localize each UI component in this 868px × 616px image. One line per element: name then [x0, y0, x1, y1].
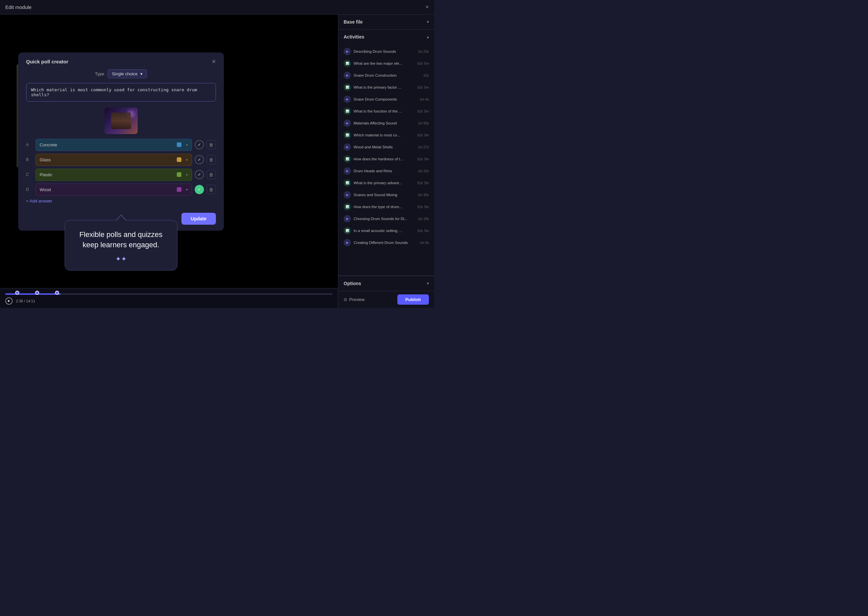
activity-text: What is the function of the ... [354, 109, 415, 113]
quick-poll-modal: Quick poll creator ✕ Type Single choice … [18, 52, 224, 231]
activity-duration: Est: 5m [418, 134, 429, 137]
options-header[interactable]: Options ▾ [338, 276, 434, 291]
activity-text: Drum Heads and Rims [354, 169, 415, 173]
answer-delete-a[interactable]: 🗑 [207, 140, 216, 149]
timeline-controls: ▶ 2:36 / 14:11 [5, 297, 333, 305]
video-activity-icon: ▶ [344, 143, 351, 151]
answer-delete-d[interactable]: 🗑 [207, 185, 216, 194]
activity-item[interactable]: ▶Materials Affecting Sound1m 50s [338, 117, 434, 129]
activity-item[interactable]: ▶Snare Drum Components1m 4s [338, 93, 434, 105]
answer-check-b[interactable]: ✓ [195, 155, 204, 164]
close-icon[interactable]: × [425, 4, 429, 11]
video-activity-icon: ▶ [344, 239, 351, 246]
type-value: Single choice [112, 71, 137, 76]
add-answer-button[interactable]: + Add answer [26, 198, 52, 203]
answer-letter-d: D [26, 187, 33, 192]
thumbnail-container [26, 108, 216, 134]
activity-item[interactable]: 📊What are the two major ele...Est: 5m [338, 57, 434, 69]
activity-text: Which material is most co... [354, 133, 415, 137]
base-file-chevron-icon: ▾ [427, 20, 429, 24]
answer-text-d: Wood [40, 187, 51, 192]
answer-input-d[interactable]: Wood ▾ [36, 184, 192, 196]
question-input[interactable]: Which material is most commonly used for… [26, 83, 216, 102]
activity-duration: 1m 32s [418, 169, 429, 173]
activity-item[interactable]: 📊In a small acoustic setting, ...Est: 5m [338, 225, 434, 237]
activity-item[interactable]: 📊Which material is most co...Est: 5m [338, 129, 434, 141]
options-chevron-icon: ▾ [427, 281, 429, 286]
answer-letter-c: C [26, 172, 33, 177]
activity-duration: 1m 50s [418, 121, 429, 125]
play-button[interactable]: ▶ [5, 297, 13, 305]
modal-title: Quick poll creator [26, 59, 69, 64]
timeline-dot-3[interactable] [55, 291, 59, 295]
answer-text-b: Glass [40, 157, 51, 162]
update-button[interactable]: Update [182, 213, 216, 225]
activities-title: Activities [344, 34, 364, 39]
time-display: 2:36 / 14:11 [16, 299, 35, 303]
type-select[interactable]: Single choice ▾ [108, 69, 147, 78]
activity-duration: 1m 5s [420, 241, 429, 245]
quiz-activity-icon: 📊 [344, 60, 351, 67]
quiz-activity-icon: 📊 [344, 227, 351, 234]
type-row: Type Single choice ▾ [18, 69, 224, 83]
activity-duration: Est: 5m [418, 229, 429, 233]
activity-text: Creating Different Drum Sounds [354, 240, 417, 245]
answer-input-a[interactable]: Concrete ▾ [36, 139, 192, 151]
answer-expand-icon-b: ▾ [186, 158, 188, 162]
video-thumbnail [105, 108, 138, 134]
activities-header[interactable]: Activities ▴ [338, 30, 434, 44]
answer-row-c: C Plastic ▾ ✓ 🗑 [26, 168, 216, 181]
publish-button[interactable]: Publish [397, 294, 429, 305]
preview-button[interactable]: ⊙ Preview [344, 297, 365, 302]
activities-list: ▶Describing Drum Sounds1m 23s📊What are t… [338, 44, 434, 275]
activity-text: Snares and Sound Mixing [354, 193, 415, 197]
modal-close-button[interactable]: ✕ [212, 58, 216, 65]
activity-item[interactable]: ▶Drum Heads and Rims1m 32s [338, 165, 434, 177]
activity-item[interactable]: 📊How does the hardness of t...Est: 5m [338, 153, 434, 165]
answer-row-a: A Concrete ▾ ✓ 🗑 [26, 139, 216, 151]
page-title: Edit module [5, 4, 31, 10]
activity-item[interactable]: ▶Wood and Metal Shells1m 27s [338, 141, 434, 153]
activity-duration: Est: 5m [418, 62, 429, 65]
answer-text-a: Concrete [40, 142, 57, 147]
activity-text: How does the type of drum... [354, 205, 415, 209]
activity-duration: 3m 35s [418, 193, 429, 197]
answer-expand-icon-d: ▾ [186, 188, 188, 192]
answer-delete-c[interactable]: 🗑 [207, 170, 216, 179]
timeline-dot-1[interactable] [15, 291, 19, 295]
activity-duration: Est: 5m [418, 157, 429, 161]
activity-item[interactable]: 📊What is the primary advant...Est: 5m [338, 177, 434, 189]
timeline-bar[interactable] [5, 294, 333, 295]
activity-duration: Est: 5m [418, 86, 429, 89]
timeline-dot-2[interactable] [35, 291, 39, 295]
activity-item[interactable]: ▶Choosing Drum Sounds for Di...1m 19s [338, 213, 434, 225]
answer-text-c: Plastic [40, 172, 52, 177]
activity-item[interactable]: ▶Describing Drum Sounds1m 23s [338, 46, 434, 57]
activity-item[interactable]: 📊What is the primary factor ...Est: 5m [338, 81, 434, 93]
activity-item[interactable]: ▶Snare Drum Construction52s [338, 69, 434, 81]
activity-duration: 1m 4s [420, 97, 429, 101]
answer-delete-b[interactable]: 🗑 [207, 155, 216, 164]
answer-input-b[interactable]: Glass ▾ [36, 154, 192, 166]
answer-check-d[interactable]: ✓ [195, 185, 204, 194]
preview-icon: ⊙ [344, 297, 347, 302]
answer-color-b [177, 157, 182, 162]
activity-item[interactable]: 📊What is the function of the ...Est: 5m [338, 105, 434, 117]
activity-item[interactable]: ▶Creating Different Drum Sounds1m 5s [338, 237, 434, 248]
activity-text: What are the two major ele... [354, 61, 415, 65]
modal-body: Which material is most commonly used for… [18, 83, 224, 203]
answer-check-c[interactable]: ✓ [195, 170, 204, 179]
activity-item[interactable]: ▶Snares and Sound Mixing3m 35s [338, 189, 434, 201]
preview-label: Preview [349, 297, 365, 302]
answer-color-a [177, 142, 182, 147]
base-file-header[interactable]: Base file ▾ [338, 14, 434, 29]
activity-text: What is the primary factor ... [354, 85, 415, 89]
video-content: Strainer/Throw Off Stretches the snares … [0, 14, 338, 288]
quiz-activity-icon: 📊 [344, 203, 351, 211]
answer-input-c[interactable]: Plastic ▾ [36, 168, 192, 181]
type-chevron-icon: ▾ [140, 71, 143, 76]
answer-check-a[interactable]: ✓ [195, 140, 204, 149]
thumbnail-drum [111, 113, 131, 129]
activity-item[interactable]: 📊How does the type of drum...Est: 5m [338, 201, 434, 213]
options-section: Options ▾ [338, 276, 434, 291]
